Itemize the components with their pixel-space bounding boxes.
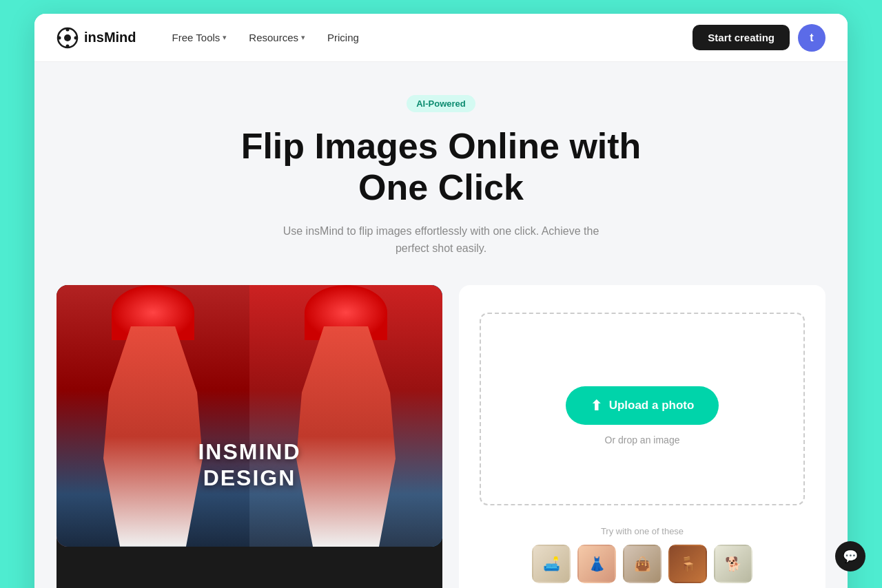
sample-thumb-4[interactable]: 🪑 (668, 545, 707, 583)
main-content: AI-Powered Flip Images Online with One C… (34, 62, 848, 588)
brand-name: insMind (84, 30, 136, 45)
sample-thumb-2[interactable]: 👗 (577, 545, 616, 583)
drop-hint: Or drop an image (605, 434, 680, 445)
nav-links: Free Tools ▾ Resources ▾ Pricing (164, 28, 367, 48)
portrait-left (57, 285, 249, 547)
navbar: insMind Free Tools ▾ Resources ▾ Pricing… (34, 14, 848, 62)
logo[interactable]: insMind (57, 27, 136, 49)
upload-photo-button[interactable]: ⬆ Upload a photo (566, 386, 719, 425)
preview-panel: INSMIND DESIGN (57, 285, 442, 588)
nav-free-tools[interactable]: Free Tools ▾ (164, 28, 236, 48)
chat-button[interactable]: 💬 (835, 541, 865, 571)
navbar-right: Start creating t (693, 24, 825, 52)
chat-icon: 💬 (843, 549, 858, 564)
chevron-down-icon: ▾ (223, 33, 227, 42)
sample-thumb-1[interactable]: 🛋️ (532, 545, 571, 583)
upload-dropzone[interactable]: ⬆ Upload a photo Or drop an image (480, 313, 805, 505)
sample-thumb-3[interactable]: 👜 (623, 545, 662, 583)
svg-point-5 (74, 36, 78, 39)
figure-right (291, 326, 401, 547)
demo-area: INSMIND DESIGN ⬆ Upload a photo Or drop … (57, 285, 825, 588)
navbar-left: insMind Free Tools ▾ Resources ▾ Pricing (57, 27, 367, 49)
browser-window: insMind Free Tools ▾ Resources ▾ Pricing… (34, 14, 848, 588)
hero-subtitle: Use insMind to flip images effortlessly … (269, 222, 613, 258)
user-avatar-button[interactable]: t (798, 24, 825, 52)
svg-point-3 (66, 44, 70, 48)
hero-section: AI-Powered Flip Images Online with One C… (57, 95, 825, 258)
mirrored-image: INSMIND DESIGN (57, 285, 442, 547)
portrait-right (249, 285, 442, 547)
nav-pricing[interactable]: Pricing (319, 28, 367, 48)
nav-resources[interactable]: Resources ▾ (240, 28, 314, 48)
chevron-down-icon: ▾ (301, 33, 305, 42)
sample-thumb-5[interactable]: 🐕 (714, 545, 752, 583)
figure-left (98, 326, 208, 547)
sample-label: Try with one of these (480, 526, 805, 536)
ai-badge: AI-Powered (407, 95, 475, 112)
upload-panel: ⬆ Upload a photo Or drop an image Try wi… (459, 285, 825, 588)
start-creating-button[interactable]: Start creating (693, 25, 790, 50)
overlay-text: INSMIND DESIGN (57, 439, 442, 492)
sample-section: Try with one of these 🛋️ 👗 👜 🪑 (480, 526, 805, 583)
hero-title: Flip Images Online with One Click (57, 126, 825, 209)
logo-icon (57, 27, 79, 49)
svg-point-4 (58, 36, 61, 39)
svg-point-1 (64, 34, 71, 41)
sample-images: 🛋️ 👗 👜 🪑 🐕 (480, 545, 805, 583)
overlay-line2: DESIGN (57, 465, 442, 491)
upload-icon: ⬆ (591, 397, 602, 414)
overlay-line1: INSMIND (57, 439, 442, 465)
svg-point-2 (66, 28, 70, 31)
